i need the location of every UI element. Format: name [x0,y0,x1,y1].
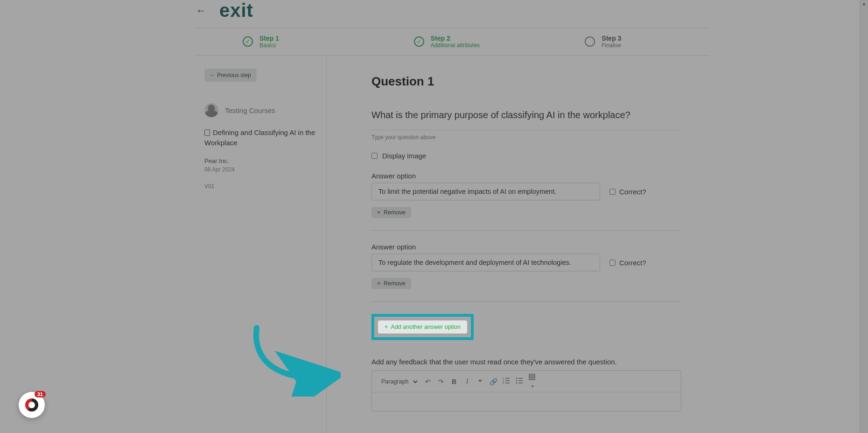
display-image-label: Display image [382,152,426,160]
plus-icon: + [385,324,388,330]
check-icon: ✓ [414,36,424,47]
svg-point-10 [516,380,518,382]
svg-rect-12 [529,374,535,380]
help-icon [25,398,38,412]
step-subtitle: Additional attributes [431,42,480,49]
answer-input[interactable] [371,254,600,271]
remove-answer-button[interactable]: × Remove [371,278,411,289]
undo-icon[interactable]: ↶ [424,378,432,385]
answer-option: Answer option Correct? × Remove [371,243,681,289]
step-3[interactable]: Step 3 Finalise [538,28,709,55]
redo-icon[interactable]: ↷ [437,378,445,385]
bold-icon[interactable]: B [450,378,458,385]
chevron-down-icon: ▾ [532,384,534,389]
step-subtitle: Finalise [602,42,621,49]
document-icon [204,129,210,136]
previous-step-button[interactable]: ← Previous step [204,69,257,82]
svg-point-9 [516,378,518,379]
link-icon[interactable]: 🔗 [489,378,497,385]
step-title: Step 2 [431,35,480,42]
document-title: Defining and Classifying AI in the Workp… [204,128,318,148]
main-content: Question 1 What is the primary purpose o… [327,56,709,433]
step-title: Step 1 [259,35,279,42]
correct-checkbox[interactable] [609,189,616,195]
answer-input[interactable] [371,183,600,200]
scroll-up-icon[interactable]: ▲ [860,1,868,6]
question-text[interactable]: What is the primary purpose of classifyi… [371,108,681,130]
remove-answer-button[interactable]: × Remove [371,207,411,218]
document-date: 08 Apr 2024 [204,166,318,173]
step-subtitle: Basics [259,42,279,49]
circle-icon [585,36,595,47]
avatar [204,103,218,117]
close-icon: × [377,209,380,216]
correct-label: Correct? [619,259,646,267]
display-image-checkbox[interactable] [371,153,378,159]
quote-icon[interactable]: ❝ [476,378,484,385]
stepper: ✓ Step 1 Basics ✓ Step 2 Additional attr… [196,28,709,56]
step-title: Step 3 [602,35,621,42]
editor-toolbar: Paragraph ↶ ↷ B I ❝ 🔗 123 [372,371,681,392]
display-image-toggle[interactable]: Display image [371,152,681,160]
unordered-list-icon[interactable] [515,377,524,385]
brand-logo: exit [219,0,253,21]
scrollbar[interactable]: ▲ ▼ [860,0,868,433]
italic-icon[interactable]: I [463,378,471,385]
check-icon: ✓ [243,36,253,47]
document-version: V01 [204,183,318,190]
correct-toggle[interactable]: Correct? [609,188,646,196]
notification-badge: 31 [35,391,46,398]
back-arrow-icon[interactable]: ← [196,5,206,17]
correct-toggle[interactable]: Correct? [609,259,646,267]
question-heading: Question 1 [371,74,681,89]
close-icon: × [377,280,380,287]
correct-checkbox[interactable] [609,260,616,266]
question-hint: Type your question above [371,134,681,141]
org-name: Pear Inc. [204,157,318,164]
answer-label: Answer option [371,172,681,180]
add-answer-highlight: + Add another answer option [371,314,474,340]
feedback-label: Add any feedback that the user must read… [371,358,681,366]
answer-label: Answer option [371,243,681,251]
add-answer-button[interactable]: + Add another answer option [378,320,467,334]
help-bubble[interactable]: 31 [19,392,45,418]
divider [371,301,681,302]
table-icon[interactable]: ▾ [528,374,537,389]
step-2[interactable]: ✓ Step 2 Additional attributes [367,28,539,55]
editor-body[interactable] [372,392,681,411]
user-name: Testing Courses [225,106,275,114]
svg-point-11 [516,383,518,384]
sidebar: ← Previous step Testing Courses Defining… [196,56,327,433]
answer-option: Answer option Correct? × Remove [371,172,681,218]
feedback-editor: Paragraph ↶ ↷ B I ❝ 🔗 123 [371,370,681,412]
correct-label: Correct? [619,188,646,196]
divider [371,230,681,231]
paragraph-style-select[interactable]: Paragraph [377,376,419,387]
ordered-list-icon[interactable]: 123 [502,377,511,385]
svg-text:3: 3 [503,382,504,384]
step-1[interactable]: ✓ Step 1 Basics [196,28,367,55]
